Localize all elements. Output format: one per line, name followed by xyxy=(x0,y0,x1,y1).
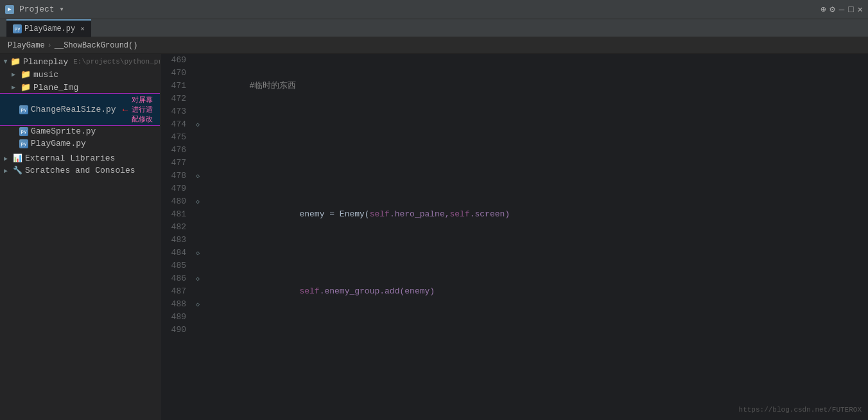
line-num-474: 474 xyxy=(163,118,186,131)
maximize-icon[interactable]: □ xyxy=(848,4,853,15)
sidebar-label-playgame: PlayGame.py xyxy=(31,139,86,148)
line-num-483: 483 xyxy=(163,234,186,247)
line-num-480: 480 xyxy=(163,195,186,208)
line-num-484: 484 xyxy=(163,247,186,259)
code-line-473 xyxy=(209,234,863,247)
code-area: 469 470 471 472 473 474 475 476 477 478 … xyxy=(161,54,868,420)
sidebar-path: E:\projects\python_projects\P xyxy=(73,58,161,66)
code-line-470 xyxy=(209,118,863,131)
line-num-475: 475 xyxy=(163,131,186,144)
tab-close-icon[interactable]: ✕ xyxy=(80,24,85,33)
line-num-477: 477 xyxy=(163,157,186,170)
line-num-469: 469 xyxy=(163,54,186,67)
tab-bar: py PlayGame.py ✕ xyxy=(0,19,868,37)
fold-488[interactable]: ◇ xyxy=(191,298,204,311)
breadcrumb-method: __ShowBackGround() xyxy=(55,41,138,50)
breadcrumb-file: PlayGame xyxy=(8,41,45,50)
line-num-482: 482 xyxy=(163,221,186,234)
sidebar-label-planeplay: Planeplay xyxy=(23,57,68,67)
tab-label: PlayGame.py xyxy=(24,24,75,33)
line-num-473: 473 xyxy=(163,105,186,118)
line-num-489: 489 xyxy=(163,311,186,324)
code-line-472: enemy = Enemy(self.hero_palne,self.scree… xyxy=(209,195,863,208)
line-num-478: 478 xyxy=(163,170,186,182)
minimize-icon[interactable]: — xyxy=(839,4,844,15)
line-num-476: 476 xyxy=(163,144,186,157)
add-file-icon[interactable]: ⊕ xyxy=(820,4,826,15)
settings-icon[interactable]: ⚙ xyxy=(829,4,835,15)
sidebar-label-plane-img: Plane_Img xyxy=(33,83,78,92)
line-num-471: 471 xyxy=(163,80,186,92)
title-bar: ▶ Project ▾ ⊕ ⚙ — □ ✕ xyxy=(0,0,868,19)
tab-playgame[interactable]: py PlayGame.py ✕ xyxy=(6,19,91,37)
line-num-485: 485 xyxy=(163,259,186,272)
code-line-475 xyxy=(209,311,863,324)
sidebar-item-playgame[interactable]: py PlayGame.py xyxy=(0,137,160,150)
watermark: https://blog.csdn.net/FUTEROX xyxy=(739,406,862,414)
fold-478[interactable]: ◇ xyxy=(191,170,204,182)
py-icon-changerealsize: py xyxy=(19,105,28,114)
py-icon-playgame: py xyxy=(19,139,28,148)
line-num-481: 481 xyxy=(163,208,186,221)
folder-icon-plane-img: 📁 xyxy=(21,82,31,92)
project-dropdown-icon[interactable]: ▾ xyxy=(60,4,64,14)
code-line-477 xyxy=(209,388,863,401)
sidebar-item-planeplay[interactable]: ▶ 📁 Planeplay E:\projects\python_project… xyxy=(0,55,160,68)
arrow-icon: ▶ xyxy=(2,60,10,64)
line-num-472: 472 xyxy=(163,92,186,105)
arrow-icon-music: ▶ xyxy=(12,71,18,78)
fold-486[interactable]: ◇ xyxy=(191,272,204,285)
gutter: ◇ ◇ ◇ ◇ ◇ ◇ xyxy=(191,54,204,420)
sidebar-item-plane-img[interactable]: ▶ 📁 Plane_Img xyxy=(0,81,160,94)
sidebar-item-music[interactable]: ▶ 📁 music xyxy=(0,68,160,81)
sidebar-item-changerealsize[interactable]: py ChangeRealSize.py ← 对屏幕进行适配修改 xyxy=(0,94,160,125)
sidebar-item-scratches[interactable]: ▶ 🔧 Scratches and Consoles xyxy=(0,164,160,177)
code-line-474: self.enemy_group.add(enemy) xyxy=(209,272,863,285)
line-num-487: 487 xyxy=(163,285,186,298)
code-line-471 xyxy=(209,157,863,170)
close-window-icon[interactable]: ✕ xyxy=(858,4,863,15)
sidebar-item-gamesprite[interactable]: py GameSprite.py xyxy=(0,125,160,137)
code-editor[interactable]: 469 470 471 472 473 474 475 476 477 478 … xyxy=(161,54,868,420)
code-line-476 xyxy=(209,349,863,362)
breadcrumb-bar: PlayGame › __ShowBackGround() xyxy=(0,37,868,54)
scratch-icon: 🔧 xyxy=(13,166,22,175)
toolbar-icons: ⊕ ⚙ — □ ✕ xyxy=(820,4,863,15)
annotation-text: 对屏幕进行适配修改 xyxy=(132,95,156,124)
line-num-490: 490 xyxy=(163,324,186,337)
main-layout: ▶ 📁 Planeplay E:\projects\python_project… xyxy=(0,54,868,420)
ext-lib-icon: 📊 xyxy=(13,153,22,163)
folder-icon: 📁 xyxy=(10,57,21,67)
project-label: Project xyxy=(19,4,55,14)
line-num-479: 479 xyxy=(163,182,186,195)
code-lines: #临时的东西 enemy = Enemy(self.hero_palne,sel… xyxy=(204,54,868,420)
line-num-486: 486 xyxy=(163,272,186,285)
app-icon: ▶ xyxy=(5,5,14,14)
sidebar-item-external[interactable]: ▶ 📊 External Libraries xyxy=(0,152,160,164)
annotation-arrow: ← xyxy=(123,105,128,115)
line-num-470: 470 xyxy=(163,67,186,80)
fold-474[interactable]: ◇ xyxy=(191,118,204,131)
folder-icon-music: 📁 xyxy=(21,69,31,80)
arrow-icon-external: ▶ xyxy=(4,155,10,162)
py-icon-gamesprite: py xyxy=(19,127,28,136)
line-num-488: 488 xyxy=(163,298,186,311)
sidebar-label-scratches: Scratches and Consoles xyxy=(25,166,135,175)
arrow-icon-scratches: ▶ xyxy=(4,167,10,175)
line-numbers: 469 470 471 472 473 474 475 476 477 478 … xyxy=(161,54,191,420)
fold-480[interactable]: ◇ xyxy=(191,195,204,208)
breadcrumb-sep: › xyxy=(48,41,52,50)
py-file-icon: py xyxy=(13,24,22,33)
sidebar-label-external: External Libraries xyxy=(25,153,115,163)
sidebar: ▶ 📁 Planeplay E:\projects\python_project… xyxy=(0,54,161,420)
sidebar-label-gamesprite: GameSprite.py xyxy=(31,127,96,136)
code-line-469: #临时的东西 xyxy=(209,80,863,92)
arrow-icon-plane-img: ▶ xyxy=(12,83,18,91)
fold-484[interactable]: ◇ xyxy=(191,247,204,259)
sidebar-label-changerealsize: ChangeRealSize.py xyxy=(31,105,116,114)
sidebar-label-music: music xyxy=(33,70,58,80)
